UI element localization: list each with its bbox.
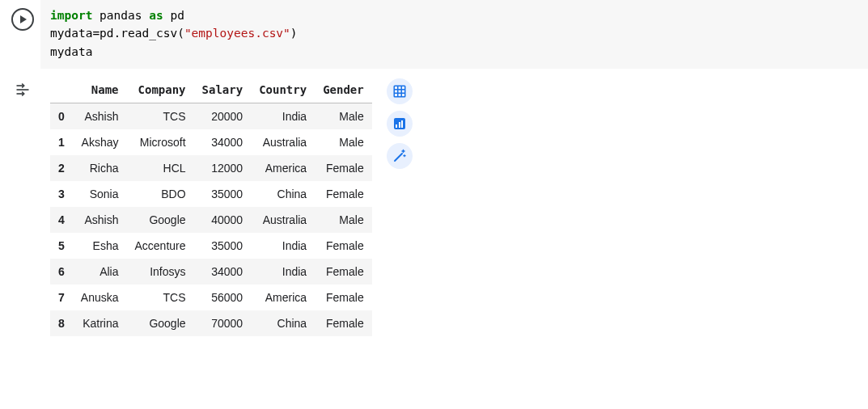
table-row: 0AshishTCS20000IndiaMale [50,103,372,130]
cell: Female [315,233,372,259]
row-index: 3 [50,181,73,207]
magic-wand-button[interactable] [387,143,413,169]
cell-gutter [0,0,40,69]
code-token: "employees.csv" [184,27,290,40]
cell: Female [315,310,372,336]
cell: Anuska [73,285,127,310]
table-row: 1AkshayMicrosoft34000AustraliaMale [50,129,372,155]
table-row: 8KatrinaGoogle70000ChinaFemale [50,310,372,336]
cell: 40000 [194,207,252,233]
cell: Accenture [127,233,194,259]
cell: 35000 [194,233,252,259]
code-token: mydata [50,45,92,58]
cell: 20000 [194,103,252,130]
row-index: 6 [50,259,73,285]
col-header: Gender [315,77,372,103]
cell: India [251,103,315,130]
table-row: 5EshaAccenture35000IndiaFemale [50,233,372,259]
run-button[interactable] [11,8,34,31]
cell: Male [315,207,372,233]
variable-flow-icon[interactable] [15,82,31,98]
cell: Ashish [73,103,127,130]
cell: China [251,181,315,207]
table-row: 3SoniaBDO35000ChinaFemale [50,181,372,207]
cell: 34000 [194,129,252,155]
row-index: 2 [50,155,73,181]
data-table-button[interactable] [387,78,413,104]
chart-icon [394,118,405,129]
row-index: 4 [50,207,73,233]
code-token: import [50,9,92,22]
cell: Google [127,310,194,336]
col-header: Country [251,77,315,103]
run-icon [20,15,27,23]
cell: 34000 [194,259,252,285]
row-index: 1 [50,129,73,155]
table-row: 2RichaHCL12000AmericaFemale [50,155,372,181]
col-header: Name [73,77,127,103]
cell: Esha [73,233,127,259]
cell: Female [315,155,372,181]
output-cell: Name Company Salary Country Gender 0Ashi… [0,69,868,336]
output-action-bar [387,77,413,169]
code-cell: import pandas as pd mydata=pd.read_csv("… [0,0,868,69]
index-header [50,77,73,103]
svg-rect-3 [394,86,405,98]
cell: America [251,155,315,181]
row-index: 8 [50,310,73,336]
cell: 12000 [194,155,252,181]
data-table-icon [392,84,407,99]
cell: Akshay [73,129,127,155]
code-token: as [149,9,163,22]
cell: Ashish [73,207,127,233]
header-row: Name Company Salary Country Gender [50,77,372,103]
cell: TCS [127,103,194,130]
cell: Katrina [73,310,127,336]
code-editor[interactable]: import pandas as pd mydata=pd.read_csv("… [40,0,868,69]
cell: Australia [251,129,315,155]
cell: BDO [127,181,194,207]
cell: Google [127,207,194,233]
code-token: ) [290,27,298,40]
col-header: Company [127,77,194,103]
cell: Male [315,129,372,155]
cell: HCL [127,155,194,181]
cell: India [251,259,315,285]
code-token: mydata=pd.read_csv( [50,27,184,40]
row-index: 7 [50,285,73,310]
row-index: 0 [50,103,73,130]
cell: TCS [127,285,194,310]
chart-button[interactable] [387,111,413,137]
row-index: 5 [50,233,73,259]
table-row: 4AshishGoogle40000AustraliaMale [50,207,372,233]
cell: Alia [73,259,127,285]
table-row: 6AliaInfosys34000IndiaFemale [50,259,372,285]
col-header: Salary [194,77,252,103]
cell: Richa [73,155,127,181]
dataframe-table: Name Company Salary Country Gender 0Ashi… [50,77,372,336]
magic-wand-icon [392,149,407,163]
cell: America [251,285,315,310]
output-body: Name Company Salary Country Gender 0Ashi… [40,77,868,336]
table-row: 7AnuskaTCS56000AmericaFemale [50,285,372,310]
cell: Female [315,181,372,207]
cell: Infosys [127,259,194,285]
code-token: pd [163,9,184,22]
cell: Male [315,103,372,130]
cell: China [251,310,315,336]
cell: India [251,233,315,259]
code-token: pandas [92,9,149,22]
output-gutter [0,77,40,336]
cell: Female [315,285,372,310]
cell: Female [315,259,372,285]
cell: Microsoft [127,129,194,155]
cell: 56000 [194,285,252,310]
cell: 35000 [194,181,252,207]
cell: Sonia [73,181,127,207]
cell: Australia [251,207,315,233]
cell: 70000 [194,310,252,336]
